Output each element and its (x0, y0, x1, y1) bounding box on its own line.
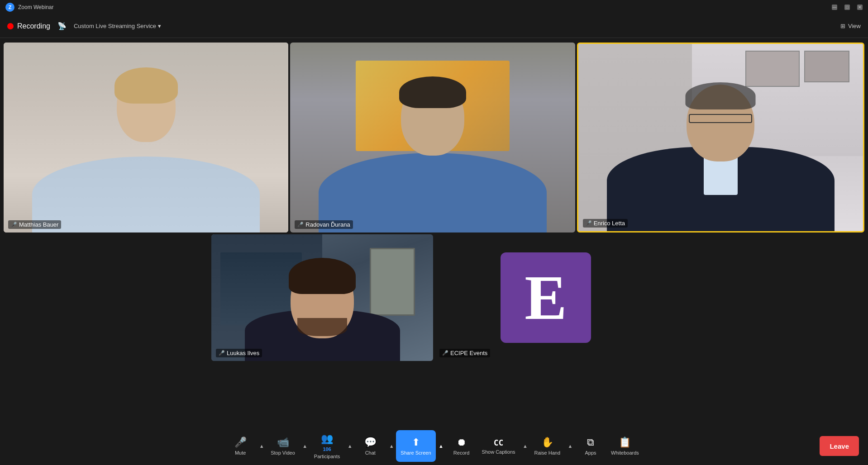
stop-video-label: Stop Video (271, 450, 295, 456)
whiteboards-button[interactable]: 📋 Whiteboards (606, 430, 644, 462)
share-screen-chevron[interactable]: ▲ (437, 430, 446, 462)
mute-button[interactable]: 🎤 Mute (224, 430, 256, 462)
video-tile-ecipe: E 🎤 ECIPE Events (435, 234, 657, 361)
video-tile-matthias: 🎤 Matthias Bauer (4, 43, 288, 232)
stop-video-chevron[interactable]: ▲ (300, 430, 310, 462)
app-title: Zoom Webinar (18, 4, 53, 10)
mic-icon-luukas: 🎤 (219, 350, 225, 356)
raise-hand-button[interactable]: ✋ Raise Hand (530, 430, 565, 462)
show-captions-button[interactable]: CC Show Captions (477, 430, 520, 462)
participant-name-ecipe: 🎤 ECIPE Events (439, 349, 490, 357)
record-label: Record (453, 450, 469, 456)
whiteboards-icon: 📋 (619, 437, 631, 448)
bottom-row: 🎤 Luukas Ilves E 🎤 ECIPE Events (0, 234, 868, 361)
broadcast-icon: 📡 (57, 22, 67, 30)
apps-button[interactable]: ⧉ Apps (575, 430, 606, 462)
stop-video-button[interactable]: 📹 Stop Video (266, 430, 300, 462)
recording-label: Recording (17, 22, 50, 30)
share-screen-group: ⬆ Share Screen ▲ (396, 430, 445, 462)
video-area: 🎤 Matthias Bauer 🎤 Radovan Ďurana (0, 38, 868, 427)
raise-hand-icon: ✋ (541, 437, 553, 448)
raise-hand-label: Raise Hand (534, 450, 560, 456)
title-bar-controls[interactable]: — □ ✕ (832, 5, 863, 10)
mute-label: Mute (235, 450, 246, 456)
apps-icon: ⧉ (587, 437, 594, 448)
chat-icon: 💬 (364, 437, 377, 448)
ecipe-letter: E (525, 266, 567, 329)
mute-group: 🎤 Mute ▲ (224, 430, 266, 462)
toolbar: 🎤 Mute ▲ 📹 Stop Video ▲ 👥 106 Participan… (0, 427, 868, 465)
stop-video-icon: 📹 (277, 437, 289, 448)
chat-group: 💬 Chat ▲ (354, 430, 396, 462)
maximize-button[interactable]: □ (844, 5, 850, 10)
participants-label: Participants (314, 454, 340, 459)
whiteboards-label: Whiteboards (611, 450, 639, 456)
share-screen-button[interactable]: ⬆ Share Screen (396, 430, 435, 462)
participant-name-matthias: 🎤 Matthias Bauer (8, 220, 61, 229)
view-label: View (848, 23, 861, 29)
streaming-service-label: Custom Live Streaming Service (74, 23, 156, 29)
participants-count: 106 (323, 446, 331, 452)
participants-button[interactable]: 👥 106 Participants (310, 430, 344, 462)
title-bar-left: Z Zoom Webinar (5, 3, 53, 12)
captions-label: Show Captions (482, 449, 515, 455)
record-button[interactable]: ⏺ Record (446, 430, 477, 462)
participants-chevron[interactable]: ▲ (345, 430, 354, 462)
mute-chevron[interactable]: ▲ (257, 430, 266, 462)
mute-icon: 🎤 (234, 437, 247, 448)
video-tile-enrico: 🎤 Enrico Letta (577, 43, 864, 232)
participant-name-enrico: 🎤 Enrico Letta (583, 219, 628, 228)
captions-group: CC Show Captions ▲ (477, 430, 530, 462)
participant-name-luukas: 🎤 Luukas Ilves (216, 349, 262, 357)
participant-name-radovan: 🎤 Radovan Ďurana (295, 220, 353, 229)
share-screen-label: Share Screen (401, 450, 431, 456)
video-tile-luukas: 🎤 Luukas Ilves (211, 234, 433, 361)
mic-icon-ecipe: 🎤 (442, 350, 448, 356)
recording-indicator: Recording (7, 22, 50, 30)
streaming-dropdown-icon: ▾ (158, 23, 161, 29)
top-row: 🎤 Matthias Bauer 🎤 Radovan Ďurana (0, 43, 868, 232)
participants-icon: 👥 (321, 433, 333, 445)
ecipe-logo: E (501, 252, 591, 343)
captions-chevron[interactable]: ▲ (521, 430, 530, 462)
record-icon: ⏺ (457, 437, 467, 448)
title-bar: Z Zoom Webinar — □ ✕ (0, 0, 868, 14)
top-bar: Recording 📡 Custom Live Streaming Servic… (0, 14, 868, 38)
video-tile-radovan: 🎤 Radovan Ďurana (290, 43, 575, 232)
leave-button[interactable]: Leave (820, 436, 859, 456)
participants-group: 👥 106 Participants ▲ (310, 430, 354, 462)
whiteboards-group: 📋 Whiteboards (606, 430, 644, 462)
view-grid-icon: ⊞ (840, 23, 845, 29)
stop-video-group: 📹 Stop Video ▲ (266, 430, 310, 462)
streaming-service-selector[interactable]: Custom Live Streaming Service ▾ (74, 23, 161, 29)
apps-group: ⧉ Apps (575, 430, 606, 462)
recording-dot (7, 23, 14, 29)
share-screen-icon: ⬆ (412, 437, 420, 448)
view-button[interactable]: ⊞ View (840, 23, 861, 29)
mic-icon-matthias: 🎤 (11, 222, 17, 228)
mic-icon-enrico: 🎤 (586, 220, 592, 226)
captions-icon: CC (494, 438, 504, 447)
record-group: ⏺ Record (446, 430, 477, 462)
raise-hand-chevron[interactable]: ▲ (566, 430, 575, 462)
raise-hand-group: ✋ Raise Hand ▲ (530, 430, 575, 462)
close-button[interactable]: ✕ (857, 5, 863, 10)
minimize-button[interactable]: — (832, 5, 837, 10)
chat-button[interactable]: 💬 Chat (354, 430, 386, 462)
chat-label: Chat (365, 450, 376, 456)
apps-label: Apps (585, 450, 596, 456)
zoom-logo: Z (5, 3, 14, 12)
chat-chevron[interactable]: ▲ (387, 430, 396, 462)
mic-icon-radovan: 🎤 (297, 222, 304, 228)
